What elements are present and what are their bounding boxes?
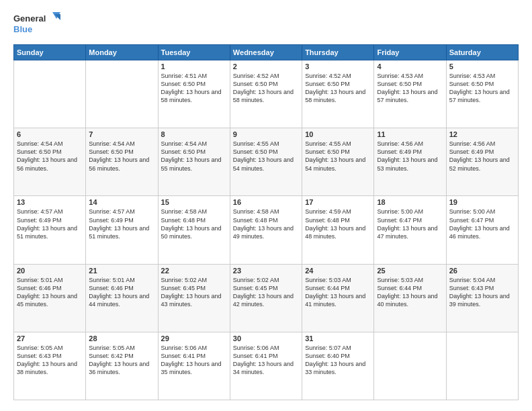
day-info-line: Sunrise: 5:00 AM [377,208,443,216]
day-info-line: Sunrise: 5:06 AM [233,344,299,352]
day-info-line: Sunset: 6:43 PM [17,352,83,360]
day-number: 20 [17,267,83,275]
calendar-cell: 7Sunrise: 4:54 AMSunset: 6:50 PMDaylight… [86,128,158,196]
calendar-cell: 31Sunrise: 5:07 AMSunset: 6:40 PMDayligh… [302,332,374,400]
day-info-line: Sunset: 6:40 PM [305,352,371,360]
calendar-cell: 18Sunrise: 5:00 AMSunset: 6:47 PMDayligh… [374,196,446,264]
day-header-saturday: Saturday [446,45,518,60]
day-info-line: Daylight: 13 hours and 45 minutes. [17,292,83,308]
day-info-line: Daylight: 13 hours and 35 minutes. [161,360,227,376]
day-number: 2 [233,62,299,71]
day-info-line: Sunrise: 4:54 AM [17,140,83,148]
logo-svg: General Blue [13,11,60,38]
day-info-line: Sunset: 6:49 PM [449,148,515,156]
day-info-line: Sunrise: 4:57 AM [89,208,154,216]
day-number: 10 [305,130,371,138]
day-header-sunday: Sunday [14,45,86,60]
day-info-line: Sunrise: 5:05 AM [17,344,83,352]
day-info-line: Daylight: 13 hours and 50 minutes. [161,224,227,240]
calendar-week-row: 13Sunrise: 4:57 AMSunset: 6:49 PMDayligh… [14,196,519,264]
calendar-cell: 30Sunrise: 5:06 AMSunset: 6:41 PMDayligh… [230,332,302,400]
day-info-line: Sunrise: 5:05 AM [89,344,154,352]
calendar-cell [86,60,158,128]
day-info-line: Sunrise: 4:54 AM [161,140,227,148]
day-info-line: Daylight: 13 hours and 47 minutes. [377,224,443,240]
calendar-cell: 26Sunrise: 5:04 AMSunset: 6:43 PMDayligh… [446,264,518,332]
calendar-cell [446,332,518,400]
day-info-line: Sunset: 6:42 PM [89,352,154,360]
day-info-line: Sunset: 6:41 PM [161,352,227,360]
day-number: 9 [233,130,299,138]
day-info-line: Daylight: 13 hours and 53 minutes. [377,156,443,172]
calendar-cell: 3Sunrise: 4:52 AMSunset: 6:50 PMDaylight… [302,60,374,128]
day-info-line: Sunrise: 5:03 AM [377,276,443,284]
day-info-line: Sunset: 6:50 PM [305,148,371,156]
day-number: 15 [161,198,227,206]
day-number: 6 [17,130,83,138]
calendar-cell: 22Sunrise: 5:02 AMSunset: 6:45 PMDayligh… [158,264,230,332]
calendar-cell: 29Sunrise: 5:06 AMSunset: 6:41 PMDayligh… [158,332,230,400]
day-number: 30 [233,334,299,342]
day-info-line: Daylight: 13 hours and 38 minutes. [17,360,83,376]
day-info-line: Daylight: 13 hours and 57 minutes. [449,88,515,104]
day-info-line: Sunrise: 4:57 AM [17,208,83,216]
day-info-line: Sunset: 6:50 PM [161,80,227,88]
day-info-line: Sunrise: 4:54 AM [89,140,154,148]
day-number: 4 [377,62,443,71]
day-info-line: Sunset: 6:50 PM [377,80,443,88]
day-info-line: Sunset: 6:47 PM [449,216,515,224]
calendar-week-row: 27Sunrise: 5:05 AMSunset: 6:43 PMDayligh… [14,332,519,400]
day-number: 8 [161,130,227,138]
day-info-line: Sunrise: 5:01 AM [17,276,83,284]
day-info-line: Daylight: 13 hours and 56 minutes. [17,156,83,172]
day-info-line: Sunset: 6:50 PM [233,148,299,156]
calendar-week-row: 6Sunrise: 4:54 AMSunset: 6:50 PMDaylight… [14,128,519,196]
day-info-line: Sunset: 6:47 PM [377,216,443,224]
day-number: 12 [449,130,515,138]
day-info-line: Sunrise: 4:53 AM [377,72,443,80]
day-number: 22 [161,267,227,275]
day-info-line: Daylight: 13 hours and 44 minutes. [89,292,154,308]
day-info-line: Daylight: 13 hours and 42 minutes. [233,292,299,308]
calendar-cell: 15Sunrise: 4:58 AMSunset: 6:48 PMDayligh… [158,196,230,264]
day-info-line: Daylight: 13 hours and 34 minutes. [233,360,299,376]
day-header-thursday: Thursday [302,45,374,60]
day-info-line: Daylight: 13 hours and 49 minutes. [233,224,299,240]
calendar-cell: 23Sunrise: 5:02 AMSunset: 6:45 PMDayligh… [230,264,302,332]
day-info-line: Sunrise: 4:58 AM [233,208,299,216]
calendar-cell [374,332,446,400]
day-info-line: Sunrise: 5:04 AM [449,276,515,284]
day-info-line: Sunset: 6:49 PM [377,148,443,156]
day-number: 3 [305,62,371,71]
day-info-line: Sunset: 6:41 PM [233,352,299,360]
calendar-cell: 28Sunrise: 5:05 AMSunset: 6:42 PMDayligh… [86,332,158,400]
calendar-cell [14,60,86,128]
day-number: 23 [233,267,299,275]
calendar-cell: 20Sunrise: 5:01 AMSunset: 6:46 PMDayligh… [14,264,86,332]
day-info-line: Sunrise: 4:55 AM [233,140,299,148]
day-info-line: Daylight: 13 hours and 58 minutes. [305,88,371,104]
calendar-cell: 16Sunrise: 4:58 AMSunset: 6:48 PMDayligh… [230,196,302,264]
day-info-line: Sunset: 6:46 PM [89,284,154,292]
day-header-tuesday: Tuesday [158,45,230,60]
day-info-line: Sunrise: 4:56 AM [377,140,443,148]
day-number: 25 [377,267,443,275]
day-info-line: Daylight: 13 hours and 48 minutes. [305,224,371,240]
calendar-cell: 19Sunrise: 5:00 AMSunset: 6:47 PMDayligh… [446,196,518,264]
day-number: 21 [89,267,154,275]
calendar-cell: 1Sunrise: 4:51 AMSunset: 6:50 PMDaylight… [158,60,230,128]
day-number: 24 [305,267,371,275]
calendar-cell: 17Sunrise: 4:59 AMSunset: 6:48 PMDayligh… [302,196,374,264]
day-info-line: Daylight: 13 hours and 41 minutes. [305,292,371,308]
day-info-line: Daylight: 13 hours and 40 minutes. [377,292,443,308]
logo: General Blue [13,11,60,38]
day-info-line: Sunrise: 4:55 AM [305,140,371,148]
day-info-line: Sunset: 6:45 PM [161,284,227,292]
day-info-line: Sunset: 6:50 PM [449,80,515,88]
day-info-line: Daylight: 13 hours and 51 minutes. [17,224,83,240]
day-info-line: Sunset: 6:48 PM [305,216,371,224]
day-info-line: Sunrise: 5:02 AM [233,276,299,284]
svg-text:General: General [13,13,46,24]
day-number: 31 [305,334,371,342]
day-info-line: Sunrise: 4:52 AM [305,72,371,80]
